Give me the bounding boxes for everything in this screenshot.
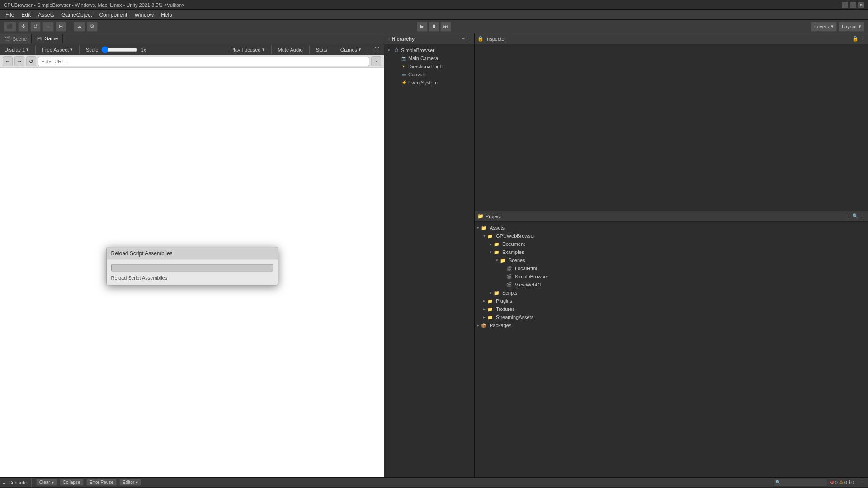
project-item-plugins[interactable]: ▸ 📁 Plugins [475, 297, 868, 305]
light-icon: ☀ [401, 63, 407, 70]
maximize-button[interactable]: ⛶ [373, 47, 381, 52]
folder-icon-packages: 📦 [481, 323, 488, 328]
console-error-pause-button[interactable]: Error Pause [86, 479, 117, 486]
hierarchy-item-eventsystem[interactable]: ⚡ EventSystem [384, 79, 474, 87]
hierarchy-item-main-camera[interactable]: 📷 Main Camera [384, 54, 474, 62]
forward-button[interactable]: → [14, 56, 24, 66]
dialog-content: Reload Script Assemblies [107, 260, 278, 285]
project-item-gpuwebbrowser[interactable]: ▾ 📁 GPUWebBrowser [475, 232, 868, 240]
inspector-toolbar: 🔒 ⋮ [852, 36, 865, 42]
tab-scene[interactable]: 🎬 Scene [0, 34, 32, 44]
project-item-examples[interactable]: ▾ 📁 Examples [475, 248, 868, 256]
warning-badge-icon: ⚠ [839, 479, 844, 485]
hierarchy-menu-button[interactable]: ⋮ [467, 36, 472, 42]
play-button[interactable]: ▶ [417, 22, 428, 32]
hierarchy-item-canvas[interactable]: ▭ Canvas [384, 70, 474, 79]
step-button[interactable]: ⏭ [440, 22, 451, 32]
hierarchy-add-button[interactable]: + [462, 36, 465, 42]
project-item-localhtml[interactable]: 🎬 LocalHtml [475, 264, 868, 272]
project-item-scripts[interactable]: ▸ 📁 Scripts [475, 289, 868, 297]
console-clear-button[interactable]: Clear ▾ [36, 479, 57, 486]
scene-icon-viewwebgl: 🎬 [506, 282, 514, 287]
inspector-menu-button[interactable]: ⋮ [860, 36, 865, 42]
console-counts: ⊗ 0 ⚠ 0 ℹ 0 [830, 479, 854, 485]
left-panel: 🎬 Scene 🎮 Game Display 1 ▾ Free Aspect ▾… [0, 33, 384, 477]
editor-arrow-icon: ▾ [136, 480, 138, 485]
cloud-button[interactable]: ☁ [74, 22, 85, 32]
settings-button[interactable]: ⚙ [87, 22, 98, 32]
project-item-assets[interactable]: ▾ 📁 Assets [475, 224, 868, 232]
tool-scale[interactable]: ↔ [42, 22, 54, 32]
project-item-textures[interactable]: ▸ 📁 Textures [475, 305, 868, 313]
window-controls[interactable]: ─ □ ✕ [842, 2, 864, 8]
menu-file[interactable]: File [2, 10, 18, 19]
scale-slider[interactable] [101, 47, 137, 52]
tool-hand[interactable]: ⬛ [4, 22, 16, 32]
clear-label: Clear [39, 480, 50, 485]
gizmos-button[interactable]: Gizmos ▾ [339, 47, 363, 52]
console-title: Console [8, 480, 26, 485]
tool-rect[interactable]: ⊞ [56, 22, 66, 32]
project-item-simplebrowser-scene[interactable]: 🎬 SimpleBrowser [475, 272, 868, 281]
project-item-streamingassets[interactable]: ▸ 📁 StreamingAssets [475, 313, 868, 321]
project-arrow-gpuwebbrowser: ▾ [481, 234, 487, 238]
back-button[interactable]: ← [3, 56, 13, 66]
url-input[interactable] [38, 57, 369, 66]
hierarchy-arrow-simplebrowser: ▾ [388, 48, 393, 52]
warning-count-badge: ⚠ 0 [839, 479, 847, 485]
inspector-content [475, 44, 868, 211]
reload-button[interactable]: ↺ [26, 56, 36, 66]
console-collapse-button[interactable]: Collapse [60, 479, 84, 486]
layers-dropdown[interactable]: Layers ▾ [811, 22, 837, 32]
aspect-selector[interactable]: Free Aspect ▾ [40, 47, 75, 52]
project-arrow-examples: ▾ [487, 250, 494, 254]
menu-help[interactable]: Help [157, 10, 176, 19]
project-label-textures: Textures [496, 306, 515, 312]
hierarchy-item-directional-light[interactable]: ☀ Directional Light [384, 62, 474, 70]
project-item-packages[interactable]: ▸ 📦 Packages [475, 321, 868, 329]
project-item-scenes[interactable]: ▾ 📁 Scenes [475, 256, 868, 264]
tab-game[interactable]: 🎮 Game [32, 34, 63, 44]
project-search-button[interactable]: 🔍 [852, 213, 859, 219]
console-editor-button[interactable]: Editor ▾ [119, 479, 141, 486]
hierarchy-item-simplebrowser[interactable]: ▾ ⬡ SimpleBrowser [384, 46, 474, 54]
menu-edit[interactable]: Edit [18, 10, 34, 19]
project-menu-button[interactable]: ⋮ [860, 213, 865, 219]
project-arrow-packages: ▸ [475, 323, 481, 328]
restore-button[interactable]: □ [850, 2, 856, 8]
project-arrow-document: ▸ [487, 242, 494, 246]
project-label-scripts: Scripts [502, 290, 518, 296]
console-icon: ≡ [3, 480, 5, 485]
browser-toolbar: ← → ↺ › [0, 55, 384, 68]
console-search-input[interactable] [773, 479, 827, 487]
menu-window[interactable]: Window [131, 10, 157, 19]
project-item-document[interactable]: ▸ 📁 Document [475, 240, 868, 248]
console-menu-button[interactable]: ⋮ [860, 479, 865, 485]
go-button[interactable]: › [371, 56, 381, 66]
toolbar-right: Layers ▾ Layout ▾ [811, 22, 864, 32]
display-selector[interactable]: Display 1 ▾ [3, 47, 31, 52]
project-arrow-textures: ▸ [481, 307, 487, 311]
mute-audio-button[interactable]: Mute Audio [276, 47, 305, 52]
minimize-button[interactable]: ─ [842, 2, 848, 8]
project-label-examples: Examples [502, 249, 524, 255]
inspector-lock-button[interactable]: 🔒 [852, 36, 859, 42]
menu-gameobject[interactable]: GameObject [58, 10, 95, 19]
console-header: ≡ Console Clear ▾ Collapse Error Pause E… [0, 478, 868, 488]
menu-assets[interactable]: Assets [34, 10, 58, 19]
tool-move[interactable]: ✛ [18, 22, 28, 32]
warning-count: 0 [844, 480, 847, 485]
layout-dropdown[interactable]: Layout ▾ [839, 22, 864, 32]
play-focused-button[interactable]: Play Focused ▾ [229, 47, 267, 52]
scale-control[interactable]: Scale 1x [84, 47, 148, 52]
project-content: ▾ 📁 Assets ▾ 📁 GPUWebBrowser ▸ 📁 Do [475, 222, 868, 477]
project-item-viewwebgl[interactable]: 🎬 ViewWebGL [475, 281, 868, 289]
project-add-button[interactable]: + [848, 213, 850, 219]
pause-button[interactable]: ⏸ [429, 22, 439, 32]
dialog-title-bar: Reload Script Assemblies [107, 248, 278, 260]
close-button[interactable]: ✕ [858, 2, 864, 8]
log-count: 0 [851, 480, 854, 485]
stats-button[interactable]: Stats [314, 47, 329, 52]
tool-rotate[interactable]: ↺ [30, 22, 41, 32]
menu-component[interactable]: Component [95, 10, 131, 19]
